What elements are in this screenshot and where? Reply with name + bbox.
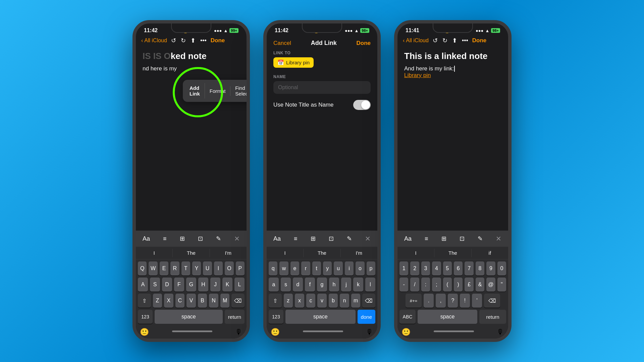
key-quote[interactable]: " — [497, 278, 506, 292]
key-7[interactable]: 7 — [465, 261, 473, 276]
key-abc[interactable]: ABC — [399, 310, 416, 324]
suggest-the-3[interactable]: The — [434, 249, 471, 257]
key-b[interactable]: B — [198, 294, 207, 308]
key-k2[interactable]: k — [353, 278, 363, 292]
done-button-3[interactable]: Done — [472, 37, 487, 44]
key-6[interactable]: 6 — [454, 261, 463, 276]
key-c2[interactable]: c — [306, 294, 316, 308]
key-shift[interactable]: ⇧ — [138, 294, 151, 308]
key-z2[interactable]: z — [284, 294, 293, 308]
key-hash[interactable]: #+= — [406, 294, 422, 308]
suggest-the-1[interactable]: The — [173, 249, 210, 257]
key-period[interactable]: . — [424, 294, 434, 308]
key-excl[interactable]: ! — [460, 294, 470, 308]
key-l[interactable]: L — [234, 278, 245, 292]
key-o2[interactable]: o — [356, 261, 364, 276]
key-3[interactable]: 3 — [421, 261, 430, 276]
format-item[interactable]: Format — [205, 86, 231, 96]
key-s[interactable]: S — [150, 278, 160, 292]
pen-button-2[interactable]: ✎ — [344, 234, 355, 244]
font-button-1[interactable]: Aa — [140, 234, 153, 244]
close-keyboard-1[interactable]: ✕ — [231, 233, 243, 244]
key-u2[interactable]: u — [334, 261, 342, 276]
close-keyboard-2[interactable]: ✕ — [362, 233, 373, 244]
key-b2[interactable]: b — [329, 294, 338, 308]
undo-icon-3[interactable]: ↺ — [433, 37, 438, 44]
key-123[interactable]: 123 — [138, 310, 153, 324]
key-0[interactable]: 0 — [497, 261, 506, 276]
suggest-im-2[interactable]: I'm — [341, 249, 377, 257]
name-input[interactable]: Optional — [273, 81, 371, 94]
key-2[interactable]: 2 — [410, 261, 419, 276]
key-comma[interactable]: , — [436, 294, 446, 308]
key-8[interactable]: 8 — [476, 261, 484, 276]
key-c[interactable]: C — [175, 294, 185, 308]
close-keyboard-3[interactable]: ✕ — [493, 233, 504, 244]
suggest-im-1[interactable]: I'm — [210, 249, 247, 257]
key-n2[interactable]: n — [340, 294, 349, 308]
mic-button-2[interactable]: 🎙 — [366, 328, 373, 337]
key-a2[interactable]: a — [269, 278, 279, 292]
key-g2[interactable]: g — [317, 278, 327, 292]
key-9[interactable]: 9 — [486, 261, 495, 276]
key-apos[interactable]: ' — [472, 294, 482, 308]
key-j2[interactable]: j — [341, 278, 351, 292]
key-amp[interactable]: & — [476, 278, 484, 292]
pen-button-3[interactable]: ✎ — [475, 234, 485, 244]
font-button-2[interactable]: Aa — [271, 234, 283, 244]
back-button-1[interactable]: ‹ All iCloud — [141, 38, 167, 44]
camera-button-2[interactable]: ⊡ — [326, 234, 336, 244]
back-button-3[interactable]: ‹ All iCloud — [403, 38, 429, 44]
key-k[interactable]: K — [222, 278, 232, 292]
suggest-i-3[interactable]: I — [397, 249, 434, 257]
key-at[interactable]: @ — [486, 278, 495, 292]
key-colon[interactable]: : — [421, 278, 430, 292]
suggest-i-1[interactable]: I — [136, 249, 173, 257]
suggest-if-3[interactable]: if — [472, 249, 508, 257]
key-f2[interactable]: f — [305, 278, 315, 292]
key-4[interactable]: 4 — [432, 261, 441, 276]
key-q2[interactable]: q — [269, 261, 277, 276]
add-link-item[interactable]: Add Link — [185, 83, 205, 99]
table-button-2[interactable]: ⊞ — [308, 234, 318, 244]
key-pound[interactable]: £ — [465, 278, 473, 292]
key-h2[interactable]: h — [329, 278, 339, 292]
key-u[interactable]: U — [203, 261, 212, 276]
key-space[interactable]: space — [155, 310, 223, 324]
key-w2[interactable]: w — [279, 261, 288, 276]
key-j[interactable]: J — [210, 278, 220, 292]
link-chip[interactable]: 📅 Library pin — [273, 57, 314, 68]
key-v[interactable]: V — [186, 294, 196, 308]
suggest-i-2[interactable]: I — [267, 249, 304, 257]
key-y2[interactable]: y — [323, 261, 332, 276]
key-x2[interactable]: x — [295, 294, 304, 308]
key-r[interactable]: R — [170, 261, 179, 276]
key-shift2[interactable]: ⇧ — [269, 294, 282, 308]
emoji-button-2[interactable]: 🙂 — [271, 328, 280, 337]
font-button-3[interactable]: Aa — [401, 234, 414, 244]
key-f[interactable]: F — [174, 278, 184, 292]
key-slash[interactable]: / — [410, 278, 419, 292]
key-d[interactable]: D — [162, 278, 172, 292]
key-e2[interactable]: e — [290, 261, 299, 276]
key-z[interactable]: Z — [153, 294, 162, 308]
key-m2[interactable]: m — [351, 294, 361, 308]
mic-button-1[interactable]: 🎙 — [235, 328, 243, 337]
key-p[interactable]: P — [236, 261, 245, 276]
key-question[interactable]: ? — [448, 294, 458, 308]
emoji-button-1[interactable]: 🙂 — [140, 328, 149, 337]
key-g[interactable]: G — [186, 278, 196, 292]
key-o[interactable]: O — [225, 261, 233, 276]
key-r2[interactable]: r — [301, 261, 310, 276]
pen-button-1[interactable]: ✎ — [213, 234, 224, 244]
note-link-3[interactable]: Library pin — [404, 72, 431, 78]
key-p2[interactable]: p — [367, 261, 375, 276]
table-button-3[interactable]: ⊞ — [439, 234, 449, 244]
key-t[interactable]: T — [181, 261, 190, 276]
key-h[interactable]: H — [198, 278, 208, 292]
key-delete3[interactable]: ⌫ — [484, 294, 500, 308]
list-button-2[interactable]: ≡ — [291, 234, 300, 244]
key-y[interactable]: Y — [192, 261, 201, 276]
key-5[interactable]: 5 — [443, 261, 452, 276]
key-space-3[interactable]: space — [418, 310, 477, 324]
